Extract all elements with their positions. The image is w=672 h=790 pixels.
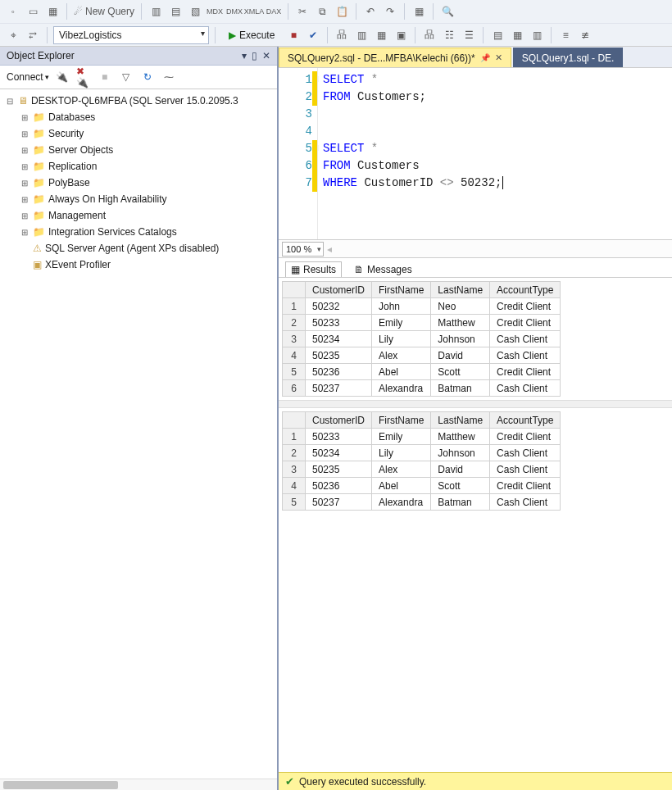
code-editor[interactable]: 1234567 ⊟SELECT *FROM Customers;⊟SELECT … bbox=[279, 68, 672, 240]
table-row[interactable]: 350235AlexDavidCash Client bbox=[283, 461, 561, 478]
cell[interactable]: Credit Client bbox=[490, 429, 561, 445]
pin-icon[interactable]: ▯ bbox=[252, 50, 257, 61]
expand-icon[interactable]: ⊞ bbox=[20, 211, 30, 220]
cell[interactable]: Emily bbox=[372, 429, 431, 445]
tab-results[interactable]: ▦ Results bbox=[285, 261, 342, 277]
cell[interactable]: Cash Client bbox=[490, 445, 561, 461]
database-combo[interactable]: VibezLogistics bbox=[53, 26, 209, 44]
toolbar-icon[interactable]: DMX bbox=[226, 3, 243, 20]
cell[interactable]: 50233 bbox=[306, 315, 372, 331]
tab-messages[interactable]: 🗎 Messages bbox=[348, 261, 418, 277]
cell[interactable]: 50237 bbox=[306, 494, 372, 511]
tree-node[interactable]: ⚠SQL Server Agent (Agent XPs disabled) bbox=[5, 240, 275, 257]
toolbar-icon[interactable]: ▧ bbox=[187, 3, 203, 20]
dropdown-icon[interactable]: ▾ bbox=[242, 50, 247, 61]
cell[interactable]: Scott bbox=[431, 478, 490, 494]
paste-icon[interactable]: 📋 bbox=[334, 3, 350, 20]
close-icon[interactable]: ✕ bbox=[262, 50, 270, 61]
toolbar-icon[interactable]: ▣ bbox=[393, 27, 409, 43]
expand-icon[interactable]: ⊞ bbox=[20, 113, 30, 122]
toolbar-icon[interactable]: ▥ bbox=[353, 27, 370, 43]
toolbar-icon[interactable]: ▦ bbox=[44, 3, 61, 20]
expand-icon[interactable]: ⊞ bbox=[20, 146, 30, 155]
cell[interactable]: Abel bbox=[372, 364, 431, 380]
cell[interactable]: Credit Client bbox=[490, 478, 561, 494]
expand-icon[interactable]: ⊞ bbox=[20, 228, 30, 237]
cell[interactable]: Cash Client bbox=[490, 347, 561, 364]
tree-node[interactable]: ⊞📁Databases bbox=[5, 109, 275, 125]
execute-button[interactable]: ▶ Execute bbox=[221, 26, 282, 44]
table-row[interactable]: 350234LilyJohnsonCash Client bbox=[283, 331, 561, 347]
cell[interactable]: Neo bbox=[431, 298, 490, 315]
redo-icon[interactable]: ↷ bbox=[382, 3, 398, 20]
cell[interactable]: Batman bbox=[431, 380, 490, 397]
expand-icon[interactable]: ⊞ bbox=[20, 129, 30, 138]
table-row[interactable]: 150233EmilyMatthewCredit Client bbox=[283, 429, 561, 445]
tab-inactive[interactable]: SQLQuery1.sql - DE. bbox=[513, 48, 624, 67]
toolbar-icon[interactable]: ▤ bbox=[167, 3, 184, 20]
cell[interactable]: Johnson bbox=[431, 331, 490, 347]
column-header[interactable]: LastName bbox=[431, 412, 490, 429]
column-header[interactable]: CustomerID bbox=[306, 282, 372, 298]
cell[interactable]: 50233 bbox=[306, 429, 372, 445]
cell[interactable]: Matthew bbox=[431, 429, 490, 445]
tree-node[interactable]: ⊞📁Security bbox=[5, 125, 275, 142]
tree-server-node[interactable]: ⊟ 🖥 DESKTOP-QL6MFBA (SQL Server 15.0.209… bbox=[5, 93, 275, 109]
cell[interactable]: 50232 bbox=[306, 298, 372, 315]
cell[interactable]: Credit Client bbox=[490, 364, 561, 380]
toolbar-icon[interactable]: ▥ bbox=[148, 3, 164, 20]
activity-icon[interactable]: ⁓ bbox=[161, 69, 177, 85]
cell[interactable]: 50236 bbox=[306, 478, 372, 494]
results-grid-1-wrap[interactable]: CustomerIDFirstNameLastNameAccountType15… bbox=[279, 278, 672, 400]
cell[interactable]: Alexandra bbox=[372, 380, 431, 397]
code-body[interactable]: ⊟SELECT *FROM Customers;⊟SELECT *FROM Cu… bbox=[318, 68, 672, 239]
cell[interactable]: 50235 bbox=[306, 461, 372, 478]
code-line[interactable] bbox=[323, 106, 667, 123]
cell[interactable]: Cash Client bbox=[490, 461, 561, 478]
toolbar-icon[interactable]: DAX bbox=[266, 3, 282, 20]
expand-icon[interactable]: ⊞ bbox=[20, 162, 30, 171]
parse-icon[interactable]: ✔ bbox=[305, 27, 321, 43]
cell[interactable]: Emily bbox=[372, 315, 431, 331]
cut-icon[interactable]: ✂ bbox=[294, 3, 311, 20]
cell[interactable]: Alexandra bbox=[372, 494, 431, 511]
tree-node[interactable]: ⊞📁Server Objects bbox=[5, 142, 275, 158]
table-row[interactable]: 250234LilyJohnsonCash Client bbox=[283, 445, 561, 461]
pin-icon[interactable]: 📌 bbox=[480, 53, 490, 62]
object-explorer-tree[interactable]: ⊟ 🖥 DESKTOP-QL6MFBA (SQL Server 15.0.209… bbox=[0, 89, 277, 779]
cell[interactable]: David bbox=[431, 347, 490, 364]
column-header[interactable]: AccountType bbox=[490, 282, 561, 298]
client-stats-icon[interactable]: ☰ bbox=[461, 27, 477, 43]
code-line[interactable]: FROM Customers; bbox=[323, 89, 667, 106]
tree-node[interactable]: ⊞📁Integration Services Catalogs bbox=[5, 224, 275, 240]
copy-icon[interactable]: ⧉ bbox=[314, 3, 330, 20]
results-grid-1[interactable]: CustomerIDFirstNameLastNameAccountType15… bbox=[282, 281, 561, 397]
refresh-icon[interactable]: ↻ bbox=[139, 69, 156, 85]
cell[interactable]: 50237 bbox=[306, 380, 372, 397]
toolbar-icon[interactable]: ▭ bbox=[25, 3, 41, 20]
results-to-text-icon[interactable]: ▤ bbox=[489, 27, 506, 43]
cell[interactable]: Alex bbox=[372, 347, 431, 364]
new-query-icon[interactable]: ☄ New Query bbox=[73, 3, 135, 20]
column-header[interactable]: AccountType bbox=[490, 412, 561, 429]
table-row[interactable]: 550237AlexandraBatmanCash Client bbox=[283, 494, 561, 511]
cell[interactable]: Scott bbox=[431, 364, 490, 380]
toolbar-icon[interactable]: ▦ bbox=[373, 27, 389, 43]
results-grid-2-wrap[interactable]: CustomerIDFirstNameLastNameAccountType15… bbox=[279, 408, 672, 514]
cell[interactable]: Alex bbox=[372, 461, 431, 478]
code-line[interactable]: FROM Customers bbox=[323, 157, 667, 175]
cell[interactable]: David bbox=[431, 461, 490, 478]
live-stats-icon[interactable]: ☷ bbox=[441, 27, 457, 43]
nav-left-icon[interactable]: ◂ bbox=[327, 243, 332, 255]
column-header[interactable]: FirstName bbox=[372, 282, 431, 298]
table-row[interactable]: 150232JohnNeoCredit Client bbox=[283, 298, 561, 315]
cell[interactable]: Cash Client bbox=[490, 331, 561, 347]
tree-node[interactable]: ▣XEvent Profiler bbox=[5, 257, 275, 273]
collapse-icon[interactable]: ⊟ bbox=[5, 97, 15, 106]
table-row[interactable]: 550236AbelScottCredit Client bbox=[283, 364, 561, 380]
column-header[interactable]: LastName bbox=[431, 282, 490, 298]
close-icon[interactable]: ✕ bbox=[495, 52, 502, 63]
table-row[interactable]: 450235AlexDavidCash Client bbox=[283, 347, 561, 364]
toolbar-icon[interactable]: ◦ bbox=[5, 3, 21, 20]
horizontal-scrollbar[interactable] bbox=[0, 779, 277, 790]
